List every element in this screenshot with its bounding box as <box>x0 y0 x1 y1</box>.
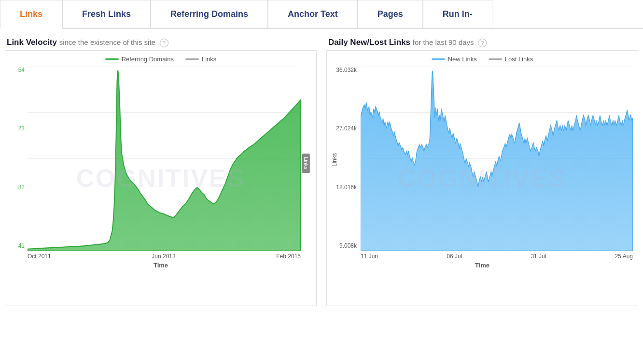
tab-links[interactable]: Links <box>0 0 62 29</box>
tab-run-in[interactable]: Run In- <box>423 0 492 28</box>
left-chart-panel: Link Velocity since the existence of thi… <box>5 38 317 306</box>
right-chart-container: New Links Lost Links COGNITIVES 36.032k … <box>326 50 638 306</box>
right-x-06jul: 06 Jul <box>447 253 462 260</box>
left-chart-title-bold: Link Velocity <box>7 38 57 47</box>
right-x-11jun: 11 Jun <box>361 253 378 260</box>
legend-lost-links-label: Lost Links <box>505 56 533 63</box>
legend-lost-links: Lost Links <box>489 56 533 63</box>
left-y-23: 23 <box>18 125 25 132</box>
right-chart-title: Daily New/Lost Links for the last 90 day… <box>326 38 638 47</box>
right-x-axis-label: Time <box>332 262 633 269</box>
right-y-9k: 9.008k <box>339 242 357 249</box>
legend-lost-links-line <box>489 58 502 60</box>
legend-links-label: Links <box>202 56 216 63</box>
right-y-36k: 36.032k <box>336 67 357 73</box>
tabs-bar: Links Fresh Links Referring Domains Anch… <box>0 0 643 29</box>
right-x-25aug: 25 Aug <box>615 253 633 260</box>
right-x-31jul: 31 Jul <box>531 253 546 260</box>
tab-referring-domains[interactable]: Referring Domains <box>151 0 268 28</box>
right-chart-title-bold: Daily New/Lost Links <box>328 38 410 47</box>
legend-new-links-label: New Links <box>448 56 477 63</box>
left-y-54: 54 <box>18 67 25 73</box>
right-chart-svg <box>361 67 633 251</box>
legend-links: Links <box>185 56 216 63</box>
right-chart-panel: Daily New/Lost Links for the last 90 day… <box>326 38 638 306</box>
legend-new-links-line <box>432 58 445 60</box>
tab-pages[interactable]: Pages <box>358 0 423 28</box>
right-y-18k: 18.016k <box>336 184 357 191</box>
left-y-41: 41 <box>18 242 25 249</box>
right-chart-legend: New Links Lost Links <box>332 56 633 63</box>
charts-row: Link Velocity since the existence of thi… <box>5 38 638 306</box>
left-chart-help-icon[interactable]: ? <box>160 39 168 47</box>
left-x-oct2011: Oct 2011 <box>28 253 51 260</box>
right-y-axis-label: Links <box>331 153 338 167</box>
left-chart-title: Link Velocity since the existence of thi… <box>5 38 317 47</box>
links-rotated-label: Links <box>302 154 310 173</box>
legend-referring-domains: Referring Domains <box>105 56 174 63</box>
left-x-jun2013: Jun 2013 <box>152 253 175 260</box>
left-chart-svg <box>28 67 301 251</box>
tab-anchor-text[interactable]: Anchor Text <box>268 0 358 28</box>
left-x-feb2015: Feb 2015 <box>276 253 301 260</box>
right-y-27k: 27.024k <box>336 125 357 132</box>
legend-referring-domains-label: Referring Domains <box>122 56 174 63</box>
left-chart-legend: Referring Domains Links <box>10 56 311 63</box>
legend-links-line <box>185 58 199 60</box>
tab-fresh-links[interactable]: Fresh Links <box>62 0 151 28</box>
legend-referring-domains-line <box>105 58 119 60</box>
legend-new-links: New Links <box>432 56 477 63</box>
main-content: Link Velocity since the existence of thi… <box>0 29 643 311</box>
left-x-axis-label: Time <box>10 262 311 269</box>
left-chart-subtitle: since the existence of this site <box>59 38 155 46</box>
right-chart-subtitle: for the last 90 days <box>413 38 474 46</box>
right-chart-help-icon[interactable]: ? <box>478 39 487 47</box>
left-y-82: 82 <box>18 184 25 191</box>
left-chart-container: Referring Domains Links COGNITIVES 54 23 <box>5 50 317 306</box>
